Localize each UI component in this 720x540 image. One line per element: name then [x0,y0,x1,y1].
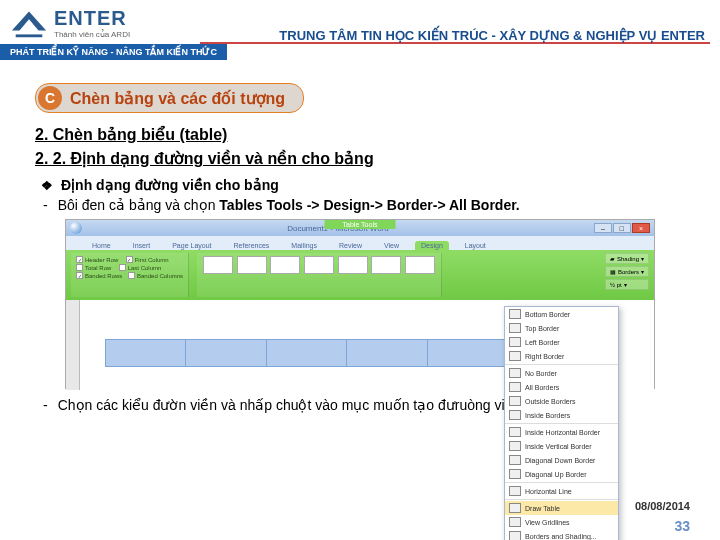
border-du-icon [509,469,521,479]
ribbon-tabs: Home Insert Page Layout References Maili… [66,236,654,250]
word-titlebar: Document1 - Microsoft Word Table Tools –… [66,220,654,236]
dash-1: - Bôi đen cả bảng và chọn Tables Tools -… [35,197,685,213]
menu-no-border[interactable]: No Border [505,366,618,380]
dash-2-text: Chọn các kiểu đườn viền và nhấp chuột và… [58,397,526,413]
bucket-icon: ▰ [610,255,615,262]
tab-references[interactable]: References [228,241,276,250]
table-style-options-group: ✓Header Row ✓First Column Total Row Last… [71,253,189,297]
page-number: 33 [674,518,690,534]
dash-mark: - [43,197,48,213]
checkbox-icon[interactable] [128,272,135,279]
word-page [100,304,514,386]
menu-left-border[interactable]: Left Border [505,335,618,349]
pen-weight[interactable]: ½ pt ▾ [605,279,649,290]
tab-layout[interactable]: Layout [459,241,492,250]
menu-horiz-line[interactable]: Horizontal Line [505,484,618,498]
table-style-swatch[interactable] [237,256,267,274]
menu-right-border[interactable]: Right Border [505,349,618,363]
table-styles-group [197,253,442,297]
border-icon: ▦ [610,268,616,275]
section-title: Chèn bảng và các đối tượng [70,89,285,108]
border-outside-icon [509,396,521,406]
tagline-strip: PHÁT TRIỂN KỸ NĂNG - NÂNG TẦM KIẾN THỨC [0,44,227,60]
check-banded-cols[interactable]: Banded Columns [137,273,183,279]
menu-all-borders[interactable]: All Borders [505,380,618,394]
table-style-swatch[interactable] [371,256,401,274]
heading-2: 2. 2. Định dạng đường viền và nền cho bả… [35,147,685,171]
dialog-icon [509,531,521,540]
logo-sub-text: Thành viên của ARDI [54,30,130,39]
border-right-icon [509,351,521,361]
table-style-swatch[interactable] [304,256,334,274]
slide-header: ENTER Thành viên của ARDI TRUNG TÂM TIN … [0,0,720,58]
diamond-bullet-icon: ❖ [41,178,53,193]
checkbox-icon[interactable]: ✓ [76,272,83,279]
word-document-area: Bottom Border Top Border Left Border Rig… [66,300,654,390]
tab-pagelayout[interactable]: Page Layout [166,241,217,250]
checkbox-icon[interactable] [76,264,83,271]
menu-view-gridlines[interactable]: View Gridlines [505,515,618,529]
border-inside-icon [509,410,521,420]
dash-1-text: Bôi đen cả bảng và chọn Tables Tools -> … [58,197,520,213]
menu-diag-up[interactable]: Diagonal Up Border [505,467,618,481]
maximize-button[interactable]: □ [613,223,631,233]
bullet-1-text: Định dạng đường viền cho bảng [61,177,279,193]
tab-home[interactable]: Home [86,241,117,250]
grid-icon [509,517,521,527]
pencil-icon [509,503,521,513]
tab-mailings[interactable]: Mailings [285,241,323,250]
menu-outside-borders[interactable]: Outside Borders [505,394,618,408]
dash-1-pre: Bôi đen cả bảng và chọn [58,197,220,213]
ribbon-right-group: ▰Shading ▾ ▦Borders ▾ ½ pt ▾ [605,253,649,297]
menu-draw-table[interactable]: Draw Table [505,501,618,515]
section-tag: C Chèn bảng và các đối tượng [35,83,304,113]
border-dropdown-menu: Bottom Border Top Border Left Border Rig… [504,306,619,540]
menu-inside-h[interactable]: Inside Horizontal Border [505,425,618,439]
dash-1-bold: Tables Tools -> Design-> Border-> All Bo… [219,197,519,213]
border-top-icon [509,323,521,333]
office-button-icon[interactable] [70,222,82,234]
checkbox-icon[interactable]: ✓ [76,256,83,263]
tab-view[interactable]: View [378,241,405,250]
table-style-swatch[interactable] [338,256,368,274]
table-style-swatch[interactable] [270,256,300,274]
tab-insert[interactable]: Insert [127,241,157,250]
check-first-col[interactable]: First Column [135,257,169,263]
border-left-icon [509,337,521,347]
table-style-swatch[interactable] [203,256,233,274]
menu-bottom-border[interactable]: Bottom Border [505,307,618,321]
border-none-icon [509,368,521,378]
check-header-row[interactable]: Header Row [85,257,118,263]
border-all-icon [509,382,521,392]
tab-design[interactable]: Design [415,241,449,250]
menu-borders-shading[interactable]: Borders and Shading... [505,529,618,540]
menu-diag-down[interactable]: Diagonal Down Border [505,453,618,467]
shading-button[interactable]: ▰Shading ▾ [605,253,649,264]
bullet-1: ❖ Định dạng đường viền cho bảng [35,177,685,193]
close-button[interactable]: × [632,223,650,233]
vertical-ruler [66,300,80,390]
checkbox-icon[interactable] [119,264,126,271]
checkbox-icon[interactable]: ✓ [126,256,133,263]
border-ih-icon [509,427,521,437]
tab-review[interactable]: Review [333,241,368,250]
borders-button[interactable]: ▦Borders ▾ [605,266,649,277]
section-letter: C [38,86,62,110]
minimize-button[interactable]: – [594,223,612,233]
dash-mark: - [43,397,48,413]
check-last-col[interactable]: Last Column [128,265,162,271]
banner-title: TRUNG TÂM TIN HỌC KIẾN TRÚC - XÂY DỰNG &… [279,28,705,43]
logo-main-text: ENTER [54,7,130,30]
sample-table[interactable] [105,339,509,367]
menu-inside-borders[interactable]: Inside Borders [505,408,618,422]
content-area: C Chèn bảng và các đối tượng 2. Chèn bản… [0,58,720,413]
border-iv-icon [509,441,521,451]
menu-inside-v[interactable]: Inside Vertical Border [505,439,618,453]
menu-top-border[interactable]: Top Border [505,321,618,335]
ribbon: ✓Header Row ✓First Column Total Row Last… [66,250,654,300]
check-total-row[interactable]: Total Row [85,265,111,271]
border-dd-icon [509,455,521,465]
table-style-swatch[interactable] [405,256,435,274]
hline-icon [509,486,521,496]
check-banded-rows[interactable]: Banded Rows [85,273,122,279]
